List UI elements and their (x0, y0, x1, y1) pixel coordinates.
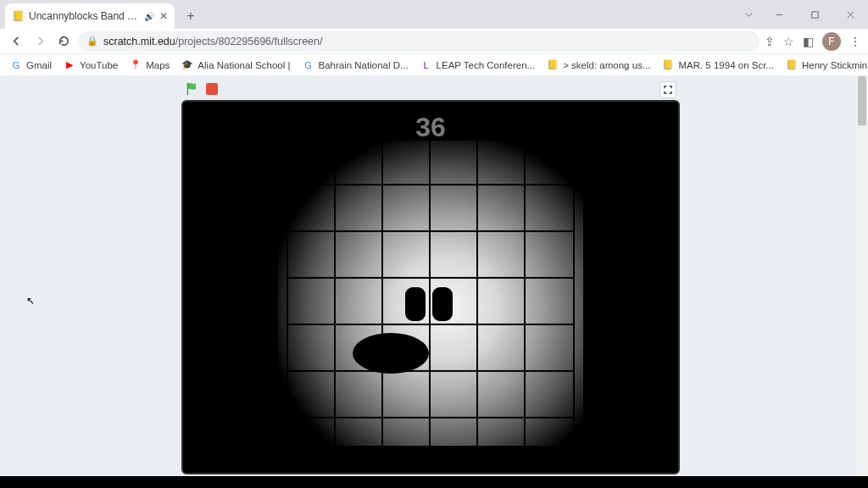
bookmark-item[interactable]: 📒> skeld: among us... (547, 59, 650, 71)
bookmark-favicon-icon: G (302, 59, 314, 71)
bookmark-item[interactable]: 🎓Alia National School | (181, 59, 290, 71)
bookmark-item[interactable]: GBahrain National D... (302, 59, 408, 71)
bookmark-item[interactable]: GGmail (10, 59, 52, 71)
vertical-scrollbar[interactable] (856, 76, 868, 488)
reload-button[interactable] (54, 32, 73, 51)
extensions-icon[interactable]: ◧ (803, 35, 814, 48)
url-input[interactable]: 🔒 scratch.mit.edu/projects/802295696/ful… (78, 31, 760, 52)
window-controls (736, 0, 868, 29)
bookmark-favicon-icon: 🎓 (181, 59, 193, 71)
url-text: scratch.mit.edu/projects/802295696/fulls… (103, 36, 323, 47)
stop-button[interactable] (206, 83, 218, 95)
close-tab-icon[interactable]: ✕ (159, 10, 168, 22)
lock-icon: 🔒 (86, 36, 98, 47)
face-mouth (353, 333, 429, 374)
tab-bar: 📒 Uncannyblocks Band Remas 🔊 ✕ + (0, 0, 868, 29)
green-flag-button[interactable] (185, 81, 200, 97)
bookmark-label: LEAP Tech Conferen... (437, 60, 536, 70)
page-bottom-bar (0, 476, 868, 488)
tab-favicon-icon: 📒 (12, 10, 24, 22)
bookmark-item[interactable]: LLEAP Tech Conferen... (420, 59, 536, 71)
bookmark-label: Henry Stickmin v. 0... (802, 60, 868, 70)
speaker-icon[interactable]: 🔊 (144, 12, 154, 21)
profile-avatar[interactable]: F (822, 32, 841, 51)
new-tab-button[interactable]: + (180, 5, 202, 27)
stage-counter: 36 (415, 112, 446, 143)
maximize-button[interactable] (797, 0, 832, 29)
bookmark-favicon-icon: 📍 (130, 59, 142, 71)
bookmark-label: MAR. 5 1994 on Scr... (678, 60, 774, 70)
bookmark-item[interactable]: ▶YouTube (64, 59, 118, 71)
bookmark-label: Gmail (26, 60, 52, 70)
bookmark-label: Bahrain National D... (318, 60, 408, 70)
bookmark-star-icon[interactable]: ☆ (783, 35, 794, 48)
share-icon[interactable]: ⇪ (765, 35, 775, 48)
stage-content: 36 (183, 102, 678, 473)
bookmark-label: > skeld: among us... (563, 60, 650, 70)
scratch-player-area: 36 ↖ (0, 76, 868, 488)
bookmark-label: YouTube (80, 60, 118, 70)
mouse-cursor-icon: ↖ (26, 295, 35, 307)
bookmark-favicon-icon: ▶ (64, 59, 75, 71)
face-eye-left (405, 287, 426, 321)
bookmark-item[interactable]: 📍Maps (130, 59, 170, 71)
menu-icon[interactable]: ⋮ (849, 35, 861, 48)
close-window-button[interactable] (832, 0, 868, 29)
exit-fullscreen-button[interactable] (659, 81, 676, 98)
scratch-stage[interactable]: 36 (181, 100, 680, 474)
bookmark-favicon-icon: G (10, 59, 22, 71)
tab-title: Uncannyblocks Band Remas (29, 10, 139, 22)
face-eye-right (432, 287, 453, 321)
bookmark-favicon-icon: L (420, 59, 432, 71)
scrollbar-thumb[interactable] (858, 76, 866, 125)
address-bar: 🔒 scratch.mit.edu/projects/802295696/ful… (0, 29, 868, 54)
forward-button[interactable] (31, 32, 49, 51)
bookmark-item[interactable]: 📒Henry Stickmin v. 0... (786, 59, 868, 71)
chevron-down-icon[interactable] (736, 0, 761, 29)
svg-rect-1 (811, 11, 817, 17)
back-button[interactable] (7, 32, 25, 51)
minimize-button[interactable] (761, 0, 797, 29)
bookmarks-bar: GGmail▶YouTube📍Maps🎓Alia National School… (0, 54, 868, 76)
bookmark-favicon-icon: 📒 (662, 59, 674, 71)
bookmark-label: Alia National School | (198, 60, 290, 70)
browser-tab[interactable]: 📒 Uncannyblocks Band Remas 🔊 ✕ (5, 3, 175, 29)
bookmark-item[interactable]: 📒MAR. 5 1994 on Scr... (662, 59, 774, 71)
bookmark-favicon-icon: 📒 (786, 59, 798, 71)
bookmark-favicon-icon: 📒 (547, 59, 559, 71)
bookmark-label: Maps (146, 60, 170, 70)
stage-grid (287, 137, 575, 463)
